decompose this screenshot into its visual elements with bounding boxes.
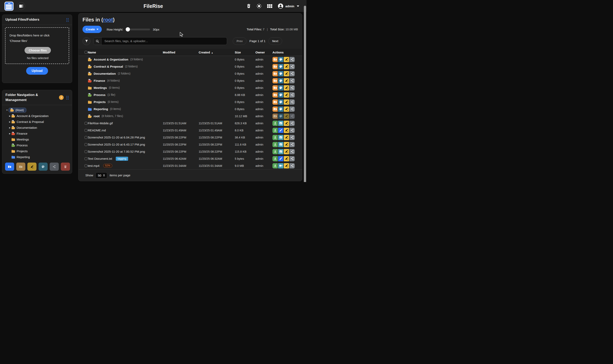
caret-down-icon[interactable]: ▼ <box>5 109 9 111</box>
pencil-action-button[interactable] <box>284 92 289 98</box>
folder-move-action-button[interactable] <box>272 92 278 98</box>
prev-page-button[interactable]: Prev <box>233 38 247 45</box>
file-name[interactable]: FileRise-Mobile.gif <box>88 121 113 125</box>
drag-handle-icon[interactable] <box>66 18 69 22</box>
download-action-button[interactable] <box>272 156 278 161</box>
row-checkbox[interactable] <box>84 143 87 146</box>
folder-name[interactable]: Meetings <box>94 86 107 90</box>
theme-toggle-button[interactable] <box>256 3 262 9</box>
next-page-button[interactable]: Next <box>268 38 282 45</box>
tree-item-projects[interactable]: Projects <box>4 148 70 154</box>
row-checkbox[interactable] <box>84 164 87 167</box>
folder-name[interactable]: Contract & Proposal <box>94 65 123 68</box>
video-action-button[interactable] <box>278 163 283 169</box>
folder-name[interactable]: Reporting <box>94 107 108 111</box>
download-action-button[interactable] <box>272 128 278 133</box>
row-checkbox[interactable] <box>84 122 87 125</box>
file-dropzone[interactable]: Drop files/folders here or click 'Choose… <box>5 27 69 64</box>
image-action-button[interactable] <box>278 121 283 126</box>
tree-item-reporting[interactable]: Reporting <box>4 154 70 160</box>
palette-action-button[interactable] <box>278 78 283 83</box>
share-action-button[interactable] <box>290 142 295 147</box>
trash-restore-button[interactable] <box>247 4 251 9</box>
share-action-button[interactable] <box>290 121 295 126</box>
share-action-button[interactable] <box>290 114 295 119</box>
share-action-button[interactable] <box>290 99 295 105</box>
delete-folder-button[interactable] <box>61 163 70 171</box>
tree-item-meetings[interactable]: Meetings <box>4 136 70 142</box>
folder-name[interactable]: Projects <box>94 100 106 104</box>
pencil-action-button[interactable] <box>284 128 289 133</box>
palette-action-button[interactable] <box>278 99 283 105</box>
folder-move-action-button[interactable] <box>272 114 278 119</box>
caret-right-icon[interactable]: ▶ <box>8 133 11 135</box>
share-action-button[interactable] <box>290 156 295 161</box>
palette-action-button[interactable] <box>278 64 283 69</box>
folder-move-action-button[interactable] <box>272 85 278 91</box>
share-action-button[interactable] <box>290 92 295 98</box>
row-checkbox[interactable] <box>84 150 87 153</box>
image-action-button[interactable] <box>278 135 283 140</box>
page-scrollbar[interactable] <box>304 6 306 182</box>
tree-item-documentation[interactable]: ▶ Documentation <box>4 125 70 130</box>
share-action-button[interactable] <box>290 135 295 140</box>
pencil-action-button[interactable] <box>284 78 289 83</box>
column-header-owner[interactable]: Owner <box>255 51 272 54</box>
apps-grid-button[interactable] <box>267 4 272 8</box>
share-action-button[interactable] <box>290 78 295 83</box>
file-name[interactable]: Screenshot 2025-11-20 at 6.43.17 PM.png <box>88 143 145 146</box>
row-height-slider[interactable] <box>126 28 150 30</box>
pencil-action-button[interactable] <box>284 71 289 76</box>
tree-item-contract-proposal[interactable]: ▶ Contract & Proposal <box>4 119 70 125</box>
download-action-button[interactable] <box>272 149 278 154</box>
file-name[interactable]: Screenshot 2025-11-20 at 6.04.28 PM.png <box>88 136 145 139</box>
search-input[interactable] <box>102 38 227 45</box>
file-name[interactable]: Text Document.txt <box>88 157 112 160</box>
share-action-button[interactable] <box>290 128 295 133</box>
share-action-button[interactable] <box>290 64 295 69</box>
folder-move-action-button[interactable] <box>272 106 278 112</box>
download-action-button[interactable] <box>272 142 278 147</box>
pencil-action-button[interactable] <box>284 114 289 119</box>
palette-action-button[interactable] <box>278 71 283 76</box>
items-per-page-select[interactable]: 50 <box>96 172 107 179</box>
download-action-button[interactable] <box>272 163 278 169</box>
pencil-action-button[interactable] <box>284 64 289 69</box>
choose-files-button[interactable]: Choose files <box>25 47 51 54</box>
folder-move-action-button[interactable] <box>272 71 278 76</box>
image-action-button[interactable] <box>278 149 283 154</box>
pencil-action-button[interactable] <box>284 57 289 62</box>
folder-name[interactable]: Account & Organization <box>94 58 128 61</box>
palette-action-button[interactable] <box>278 114 283 119</box>
pencil-action-button[interactable] <box>284 149 289 154</box>
pencil-action-button[interactable] <box>284 156 289 161</box>
share-action-button[interactable] <box>290 163 295 169</box>
pencil-action-button[interactable] <box>284 106 289 112</box>
folder-name[interactable]: Process <box>94 93 105 97</box>
file-name[interactable]: Screenshot 2025-11-20 at 7.00.52 PM.png <box>88 150 145 153</box>
create-button[interactable]: Create <box>83 26 102 33</box>
folder-name[interactable]: Finance <box>94 79 105 82</box>
upload-button[interactable]: Upload <box>26 67 48 75</box>
folder-name[interactable]: Documentation <box>94 72 116 75</box>
pencil-action-button[interactable] <box>284 135 289 140</box>
caret-right-icon[interactable]: ▶ <box>8 121 11 123</box>
move-folder-button[interactable] <box>16 163 25 171</box>
file-name[interactable]: test.mp4 <box>88 164 99 168</box>
create-folder-button[interactable] <box>5 163 14 171</box>
column-header-modified[interactable]: Modified <box>163 51 199 54</box>
row-checkbox[interactable] <box>84 157 87 160</box>
drag-handle-icon[interactable] <box>66 96 69 99</box>
pencil-action-button[interactable] <box>284 121 289 126</box>
column-header-created[interactable]: Created▲ <box>199 51 235 54</box>
tree-item-account-organization[interactable]: ▶ Account & Organization <box>4 113 70 119</box>
share-action-button[interactable] <box>290 149 295 154</box>
palette-action-button[interactable] <box>278 85 283 91</box>
tree-item-finance[interactable]: ▶ Finance <box>4 130 70 136</box>
download-action-button[interactable] <box>272 121 278 126</box>
share-action-button[interactable] <box>290 71 295 76</box>
folder-move-action-button[interactable] <box>272 78 278 83</box>
selected-tree-item[interactable]: (Root) <box>9 108 26 113</box>
select-all-checkbox[interactable] <box>84 51 87 54</box>
row-checkbox[interactable] <box>84 136 87 139</box>
